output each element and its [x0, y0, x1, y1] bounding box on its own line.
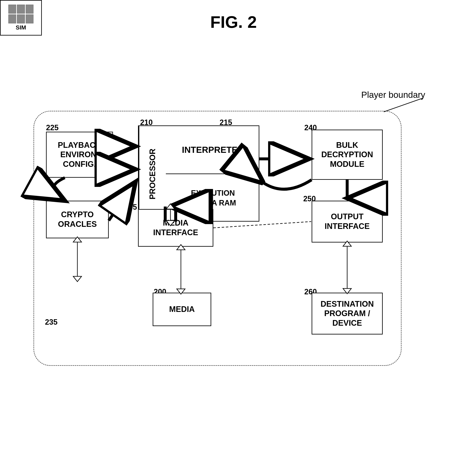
crypto-oracles-block: CRYPTO ORACLES	[46, 201, 109, 238]
destination-block: DESTINATION PROGRAM / DEVICE	[311, 293, 383, 335]
processor-group: PROCESSOR INTERPRETER EXECUTION & DATA R…	[138, 125, 259, 222]
processor-label: PROCESSOR	[139, 126, 166, 222]
media-block: MEDIA	[153, 293, 211, 326]
output-interface-block: OUTPUT INTERFACE	[311, 201, 383, 242]
ref-205: 205	[124, 203, 137, 212]
sim-grid	[8, 5, 33, 24]
svg-line-8	[384, 98, 422, 112]
diagram-container: FIG. 2 Player boundary 225 210 215 240 2…	[0, 0, 467, 476]
media-interface-block: MEDIA INTERFACE	[138, 209, 213, 247]
playback-block: PLAYBACK ENVIRON. CONFIG.	[46, 132, 113, 178]
ref-225: 225	[46, 123, 59, 132]
interpreter-block: INTERPRETER	[166, 126, 260, 174]
ref-235: 235	[45, 318, 57, 326]
figure-title: FIG. 2	[210, 13, 257, 32]
sim-label: SIM	[16, 24, 26, 31]
bulk-decryption-block: BULK DECRYPTION MODULE	[311, 130, 383, 180]
player-boundary-label: Player boundary	[361, 90, 425, 100]
sim-block: SIM	[0, 0, 42, 36]
